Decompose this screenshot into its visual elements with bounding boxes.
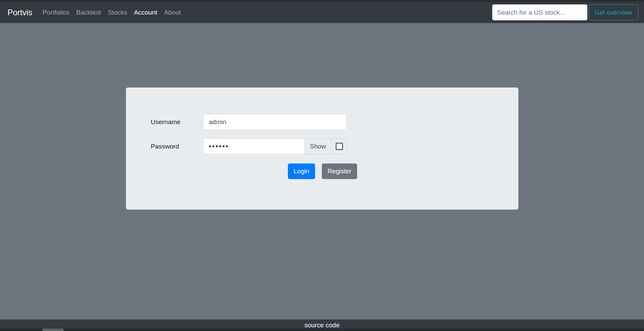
page: Portvis Portfolios Backtest Stocks Accou… <box>0 0 644 331</box>
username-label: Username <box>151 114 181 130</box>
window-top-edge <box>0 0 644 2</box>
nav-item-account[interactable]: Account <box>130 9 161 16</box>
password-input[interactable] <box>203 138 305 154</box>
nav-item-backtest[interactable]: Backtest <box>73 9 105 16</box>
password-label: Password <box>151 138 179 154</box>
get-overview-button[interactable]: Get overview <box>589 4 638 20</box>
show-password-label: Show <box>304 138 332 154</box>
nav-item-about[interactable]: About <box>161 9 184 16</box>
register-button[interactable]: Register <box>322 163 357 179</box>
username-input[interactable] <box>203 114 347 130</box>
login-button[interactable]: Login <box>288 163 315 179</box>
nav-item-stocks[interactable]: Stocks <box>104 9 130 16</box>
nav-item-portfolios[interactable]: Portfolios <box>39 9 73 16</box>
horizontal-scrollbar-thumb[interactable] <box>42 329 63 331</box>
login-card: Username Password Show Login Register <box>126 87 518 210</box>
show-password-checkbox-cell <box>331 138 347 154</box>
source-code-link[interactable]: source code <box>305 322 340 329</box>
brand-link[interactable]: Portvis <box>7 8 32 17</box>
stock-search-input[interactable] <box>492 4 587 20</box>
show-password-checkbox[interactable] <box>336 143 343 150</box>
horizontal-scrollbar[interactable] <box>0 329 644 331</box>
nav-links: Portfolios Backtest Stocks Account About <box>39 9 184 16</box>
password-group: Show <box>203 138 347 154</box>
navbar: Portvis Portfolios Backtest Stocks Accou… <box>0 0 644 23</box>
